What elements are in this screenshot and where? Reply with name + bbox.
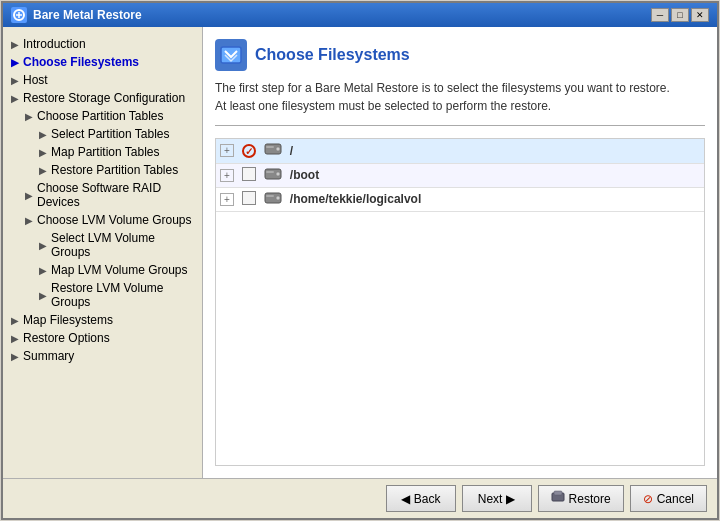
sidebar-label-introduction: Introduction <box>23 37 86 51</box>
disk-icon-cell-root <box>260 139 286 163</box>
back-icon: ◀ <box>401 492 410 506</box>
content-icon <box>215 39 247 71</box>
cancel-label: Cancel <box>657 492 694 506</box>
sidebar-label-restore-storage: Restore Storage Configuration <box>23 91 185 105</box>
sidebar-arrow-map-filesystems: ▶ <box>11 315 19 326</box>
sidebar-label-restore-lvm: Restore LVM Volume Groups <box>51 281 194 309</box>
titlebar-left: Bare Metal Restore <box>11 7 142 23</box>
titlebar: Bare Metal Restore ─ □ ✕ <box>3 3 717 27</box>
content-header: Choose Filesystems <box>215 39 705 71</box>
sidebar-item-map-partition-tables[interactable]: ▶ Map Partition Tables <box>3 143 202 161</box>
sidebar-arrow-restore-partition: ▶ <box>39 165 47 176</box>
sidebar-item-map-filesystems[interactable]: ▶ Map Filesystems <box>3 311 202 329</box>
sidebar-arrow-choose-filesystems: ▶ <box>11 57 19 68</box>
sidebar-label-software-raid: Choose Software RAID Devices <box>37 181 194 209</box>
content-main: The first step for a Bare Metal Restore … <box>215 81 705 466</box>
table-row: + <box>216 187 704 211</box>
sidebar-arrow-choose-partition: ▶ <box>25 111 33 122</box>
sidebar-arrow-restore-options: ▶ <box>11 333 19 344</box>
filesystem-table: + <box>216 139 704 212</box>
svg-rect-10 <box>266 195 274 197</box>
close-button[interactable]: ✕ <box>691 8 709 22</box>
checkbox-root[interactable] <box>242 144 256 158</box>
filesystem-name-logicalvol: /home/tekkie/logicalvol <box>286 187 704 211</box>
sidebar: ▶ Introduction ▶ Choose Filesystems ▶ Ho… <box>3 27 203 478</box>
sidebar-item-choose-filesystems[interactable]: ▶ Choose Filesystems <box>3 53 202 71</box>
sidebar-arrow-summary: ▶ <box>11 351 19 362</box>
sidebar-arrow-restore-storage: ▶ <box>11 93 19 104</box>
checkbox-cell-logicalvol[interactable] <box>238 187 260 211</box>
expand-icon-root[interactable]: + <box>220 144 234 157</box>
sidebar-label-map-filesystems: Map Filesystems <box>23 313 113 327</box>
sidebar-label-choose-filesystems: Choose Filesystems <box>23 55 139 69</box>
restore-label: Restore <box>569 492 611 506</box>
sidebar-label-lvm-groups: Choose LVM Volume Groups <box>37 213 192 227</box>
filesystem-table-container: + <box>215 138 705 466</box>
expand-cell-logicalvol[interactable]: + <box>216 187 238 211</box>
next-label: Next <box>478 492 503 506</box>
sidebar-arrow-introduction: ▶ <box>11 39 19 50</box>
checkbox-logicalvol[interactable] <box>242 191 256 205</box>
sidebar-arrow-restore-lvm: ▶ <box>39 290 47 301</box>
disk-icon-root <box>264 145 282 159</box>
sidebar-label-map-lvm: Map LVM Volume Groups <box>51 263 188 277</box>
filesystem-name-boot: /boot <box>286 163 704 187</box>
sidebar-arrow-host: ▶ <box>11 75 19 86</box>
titlebar-controls: ─ □ ✕ <box>651 8 709 22</box>
minimize-button[interactable]: ─ <box>651 8 669 22</box>
checkbox-cell-root[interactable] <box>238 139 260 163</box>
filesystem-name-root: / <box>286 139 704 163</box>
sidebar-item-introduction[interactable]: ▶ Introduction <box>3 35 202 53</box>
svg-rect-12 <box>554 491 562 495</box>
sidebar-item-choose-partition-tables[interactable]: ▶ Choose Partition Tables <box>3 107 202 125</box>
sidebar-label-select-partition: Select Partition Tables <box>51 127 170 141</box>
back-button[interactable]: ◀ Back <box>386 485 456 512</box>
sidebar-label-host: Host <box>23 73 48 87</box>
restore-button[interactable]: Restore <box>538 485 624 512</box>
disk-icon-boot <box>264 170 282 184</box>
sidebar-item-restore-options[interactable]: ▶ Restore Options <box>3 329 202 347</box>
sidebar-item-map-lvm-groups[interactable]: ▶ Map LVM Volume Groups <box>3 261 202 279</box>
next-icon: ▶ <box>506 492 515 506</box>
sidebar-arrow-map-lvm: ▶ <box>39 265 47 276</box>
expand-icon-boot[interactable]: + <box>220 169 234 182</box>
content-area: Choose Filesystems The first step for a … <box>203 27 717 478</box>
sidebar-item-choose-lvm-groups[interactable]: ▶ Choose LVM Volume Groups <box>3 211 202 229</box>
sidebar-label-restore-partition: Restore Partition Tables <box>51 163 178 177</box>
cancel-button[interactable]: ⊘ Cancel <box>630 485 707 512</box>
checkbox-boot[interactable] <box>242 167 256 181</box>
main-window: Bare Metal Restore ─ □ ✕ ▶ Introduction … <box>1 1 719 520</box>
sidebar-item-restore-storage[interactable]: ▶ Restore Storage Configuration <box>3 89 202 107</box>
svg-point-6 <box>276 172 280 176</box>
sidebar-item-restore-partition-tables[interactable]: ▶ Restore Partition Tables <box>3 161 202 179</box>
expand-cell-boot[interactable]: + <box>216 163 238 187</box>
app-icon <box>11 7 27 23</box>
sidebar-item-select-partition-tables[interactable]: ▶ Select Partition Tables <box>3 125 202 143</box>
window-title: Bare Metal Restore <box>33 8 142 22</box>
expand-cell-root[interactable]: + <box>216 139 238 163</box>
sidebar-label-map-partition: Map Partition Tables <box>51 145 160 159</box>
content-description-1: The first step for a Bare Metal Restore … <box>215 81 705 95</box>
sidebar-arrow-map-partition: ▶ <box>39 147 47 158</box>
sidebar-item-select-lvm-groups[interactable]: ▶ Select LVM Volume Groups <box>3 229 202 261</box>
content-description-2: At least one filesystem must be selected… <box>215 99 705 113</box>
table-row: + <box>216 163 704 187</box>
svg-rect-4 <box>266 146 274 148</box>
svg-point-9 <box>276 196 280 200</box>
sidebar-arrow-select-partition: ▶ <box>39 129 47 140</box>
checkbox-cell-boot[interactable] <box>238 163 260 187</box>
sidebar-label-choose-partition: Choose Partition Tables <box>37 109 164 123</box>
expand-icon-logicalvol[interactable]: + <box>220 193 234 206</box>
sidebar-arrow-lvm-groups: ▶ <box>25 215 33 226</box>
disk-icon-logicalvol <box>264 194 282 208</box>
sidebar-item-summary[interactable]: ▶ Summary <box>3 347 202 365</box>
sidebar-item-restore-lvm-groups[interactable]: ▶ Restore LVM Volume Groups <box>3 279 202 311</box>
sidebar-label-summary: Summary <box>23 349 74 363</box>
next-button[interactable]: Next ▶ <box>462 485 532 512</box>
maximize-button[interactable]: □ <box>671 8 689 22</box>
sidebar-item-choose-software-raid[interactable]: ▶ Choose Software RAID Devices <box>3 179 202 211</box>
sidebar-item-host[interactable]: ▶ Host <box>3 71 202 89</box>
content-title: Choose Filesystems <box>255 46 410 64</box>
sidebar-label-select-lvm: Select LVM Volume Groups <box>51 231 194 259</box>
sidebar-arrow-software-raid: ▶ <box>25 190 33 201</box>
